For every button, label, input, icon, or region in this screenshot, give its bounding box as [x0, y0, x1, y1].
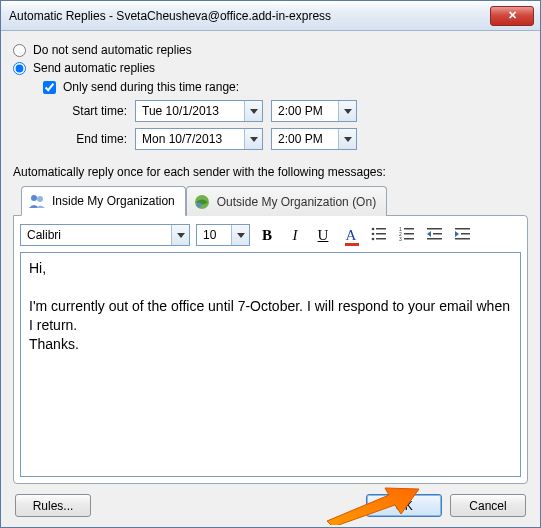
radio-send[interactable] [13, 62, 26, 75]
editor-panel: Calibri 10 B I U A 123 [13, 215, 528, 484]
chevron-down-icon[interactable] [244, 129, 262, 149]
svg-rect-5 [376, 228, 386, 230]
radio-do-not-send[interactable] [13, 44, 26, 57]
close-button[interactable]: ✕ [490, 6, 534, 26]
svg-rect-7 [376, 233, 386, 235]
bold-button[interactable]: B [256, 224, 278, 246]
title-bar: Automatic Replies - SvetaCheusheva@offic… [1, 1, 540, 31]
numbered-list-icon: 123 [399, 227, 415, 244]
italic-button[interactable]: I [284, 224, 306, 246]
rules-button[interactable]: Rules... [15, 494, 91, 517]
rules-label: Rules... [33, 499, 74, 513]
footer-buttons: Rules... OK Cancel [13, 484, 528, 519]
end-date-value: Mon 10/7/2013 [136, 132, 244, 146]
tab-strip: Inside My Organization Outside My Organi… [21, 186, 528, 216]
ok-button[interactable]: OK [366, 494, 442, 517]
radio-do-not-send-row[interactable]: Do not send automatic replies [13, 41, 528, 59]
svg-point-3 [196, 202, 201, 207]
dialog-window: Automatic Replies - SvetaCheusheva@offic… [0, 0, 541, 528]
globe-people-icon [193, 193, 211, 211]
svg-rect-21 [455, 238, 470, 240]
window-title: Automatic Replies - SvetaCheusheva@offic… [7, 9, 490, 23]
end-time-row: End time: Mon 10/7/2013 2:00 PM [13, 125, 528, 153]
font-value: Calibri [21, 228, 171, 242]
numbered-list-button[interactable]: 123 [396, 224, 418, 246]
svg-point-1 [37, 196, 43, 202]
radio-send-row[interactable]: Send automatic replies [13, 59, 528, 77]
tab-outside-label: Outside My Organization (On) [217, 195, 376, 209]
ok-label: OK [395, 499, 412, 513]
cancel-button[interactable]: Cancel [450, 494, 526, 517]
message-editor[interactable]: Hi, I'm currently out of the office unti… [20, 252, 521, 477]
chevron-down-icon[interactable] [171, 225, 189, 245]
close-icon: ✕ [508, 9, 517, 22]
increase-indent-icon [455, 227, 471, 244]
dialog-body: Do not send automatic replies Send autom… [1, 31, 540, 527]
start-time-value: 2:00 PM [272, 104, 338, 118]
svg-rect-15 [404, 238, 414, 240]
svg-rect-9 [376, 238, 386, 240]
end-time-value: 2:00 PM [272, 132, 338, 146]
end-time-combo[interactable]: 2:00 PM [271, 128, 357, 150]
svg-point-0 [31, 195, 37, 201]
decrease-indent-icon [427, 227, 443, 244]
svg-rect-11 [404, 228, 414, 230]
svg-rect-16 [427, 228, 442, 230]
chevron-down-icon[interactable] [338, 101, 356, 121]
end-time-label: End time: [65, 132, 127, 146]
radio-do-not-send-label: Do not send automatic replies [33, 43, 192, 57]
font-color-icon: A [346, 227, 357, 244]
start-date-value: Tue 10/1/2013 [136, 104, 244, 118]
svg-point-4 [372, 227, 375, 230]
chevron-down-icon[interactable] [338, 129, 356, 149]
svg-rect-17 [433, 233, 442, 235]
svg-rect-13 [404, 233, 414, 235]
underline-button[interactable]: U [312, 224, 334, 246]
svg-rect-19 [455, 228, 470, 230]
start-time-row: Start time: Tue 10/1/2013 2:00 PM [13, 97, 528, 125]
bulleted-list-button[interactable] [368, 224, 390, 246]
tab-outside-org[interactable]: Outside My Organization (On) [186, 186, 387, 216]
increase-indent-button[interactable] [452, 224, 474, 246]
underline-icon: U [318, 227, 329, 244]
bold-icon: B [262, 227, 272, 244]
checkbox-time-range[interactable] [43, 81, 56, 94]
cancel-label: Cancel [469, 499, 506, 513]
svg-point-8 [372, 237, 375, 240]
tab-inside-label: Inside My Organization [52, 194, 175, 208]
tab-inside-org[interactable]: Inside My Organization [21, 186, 186, 216]
bulleted-list-icon [371, 227, 387, 244]
start-date-combo[interactable]: Tue 10/1/2013 [135, 100, 263, 122]
svg-text:3: 3 [399, 236, 402, 241]
start-time-combo[interactable]: 2:00 PM [271, 100, 357, 122]
font-combo[interactable]: Calibri [20, 224, 190, 246]
svg-rect-18 [427, 238, 442, 240]
font-size-combo[interactable]: 10 [196, 224, 250, 246]
font-color-button[interactable]: A [340, 224, 362, 246]
decrease-indent-button[interactable] [424, 224, 446, 246]
font-size-value: 10 [197, 228, 231, 242]
radio-send-label: Send automatic replies [33, 61, 155, 75]
chevron-down-icon[interactable] [231, 225, 249, 245]
section-label: Automatically reply once for each sender… [13, 153, 528, 185]
svg-point-6 [372, 232, 375, 235]
chevron-down-icon[interactable] [244, 101, 262, 121]
end-date-combo[interactable]: Mon 10/7/2013 [135, 128, 263, 150]
checkbox-time-range-row[interactable]: Only send during this time range: [13, 77, 528, 97]
checkbox-time-range-label: Only send during this time range: [63, 80, 239, 94]
people-icon [28, 192, 46, 210]
format-toolbar: Calibri 10 B I U A 123 [20, 222, 521, 252]
italic-icon: I [293, 227, 298, 244]
start-time-label: Start time: [65, 104, 127, 118]
svg-rect-20 [461, 233, 470, 235]
